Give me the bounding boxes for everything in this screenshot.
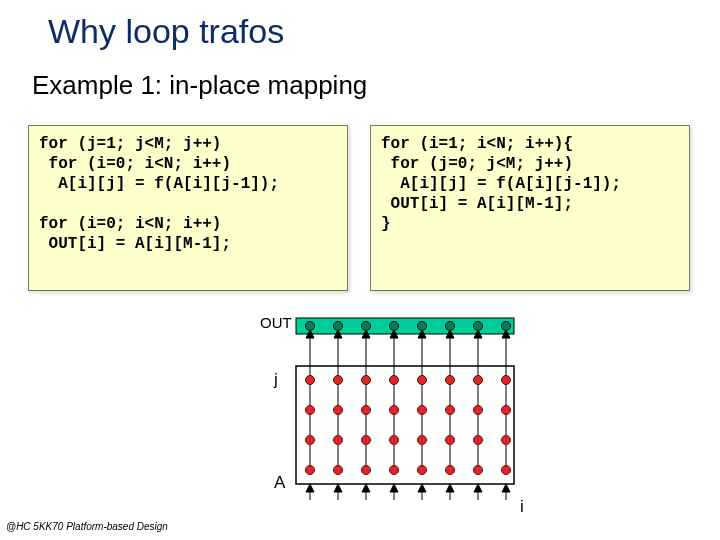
svg-point-42	[390, 376, 399, 385]
svg-point-15	[306, 376, 315, 385]
svg-point-26	[334, 436, 343, 445]
svg-marker-59	[446, 484, 454, 492]
svg-point-51	[418, 376, 427, 385]
svg-point-17	[306, 436, 315, 445]
svg-point-61	[446, 406, 455, 415]
dependency-diagram: OUT j A i	[260, 310, 540, 515]
svg-point-24	[334, 376, 343, 385]
svg-point-27	[334, 466, 343, 475]
svg-point-43	[390, 406, 399, 415]
svg-marker-50	[418, 484, 426, 492]
svg-point-78	[502, 376, 511, 385]
svg-point-44	[390, 436, 399, 445]
svg-point-72	[474, 466, 483, 475]
svg-point-52	[418, 406, 427, 415]
svg-marker-68	[474, 484, 482, 492]
svg-point-18	[306, 466, 315, 475]
svg-marker-41	[390, 484, 398, 492]
svg-point-81	[502, 466, 511, 475]
svg-point-70	[474, 406, 483, 415]
svg-marker-14	[306, 484, 314, 492]
svg-point-62	[446, 436, 455, 445]
svg-marker-23	[334, 484, 342, 492]
svg-point-36	[362, 466, 371, 475]
svg-point-79	[502, 406, 511, 415]
page-subtitle: Example 1: in-place mapping	[32, 70, 367, 101]
svg-point-34	[362, 406, 371, 415]
svg-point-54	[418, 466, 427, 475]
svg-point-63	[446, 466, 455, 475]
svg-point-60	[446, 376, 455, 385]
label-A: A	[274, 473, 286, 492]
svg-point-35	[362, 436, 371, 445]
svg-point-69	[474, 376, 483, 385]
label-out: OUT	[260, 314, 292, 331]
svg-marker-77	[502, 484, 510, 492]
label-i: i	[520, 497, 524, 515]
svg-point-53	[418, 436, 427, 445]
svg-point-16	[306, 406, 315, 415]
code-block-transformed: for (i=1; i<N; i++){ for (j=0; j<M; j++)…	[370, 125, 690, 291]
footer-credit: @HC 5KK70 Platform-based Design	[6, 521, 168, 532]
svg-point-80	[502, 436, 511, 445]
code-block-original: for (j=1; j<M; j++) for (i=0; i<N; i++) …	[28, 125, 348, 291]
svg-point-71	[474, 436, 483, 445]
svg-marker-32	[362, 484, 370, 492]
svg-point-33	[362, 376, 371, 385]
page-title: Why loop trafos	[48, 12, 284, 51]
label-j: j	[273, 370, 278, 389]
svg-point-25	[334, 406, 343, 415]
svg-point-45	[390, 466, 399, 475]
